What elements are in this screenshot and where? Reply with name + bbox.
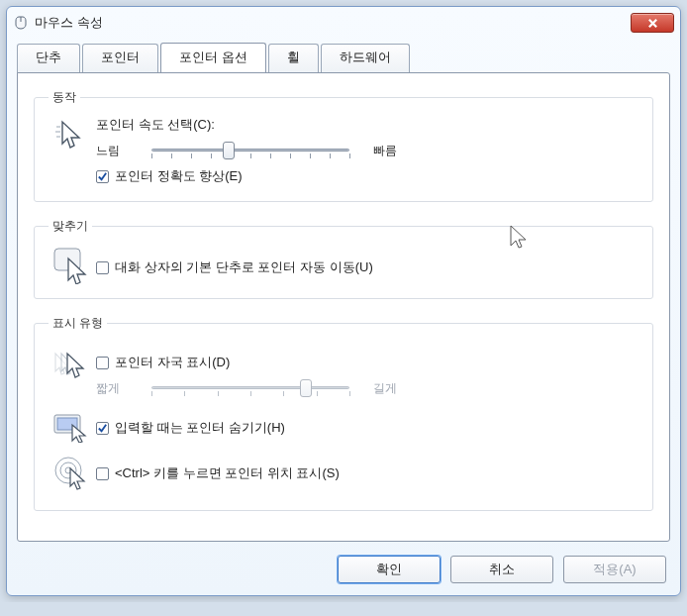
snap-to-default-label: 대화 상자의 기본 단추로 포인터 자동 이동(U) xyxy=(115,258,373,276)
close-icon xyxy=(647,18,658,29)
window-title: 마우스 속성 xyxy=(35,14,103,32)
titlebar: 마우스 속성 xyxy=(7,7,680,37)
trails-icon xyxy=(49,348,96,383)
tab-buttons[interactable]: 단추 xyxy=(17,44,80,73)
group-snap-legend: 맞추기 xyxy=(49,218,92,235)
close-button[interactable] xyxy=(631,13,674,33)
tab-pointer-options[interactable]: 포인터 옵션 xyxy=(160,43,266,72)
tab-panel-pointer-options: 동작 포인터 속도 선택(C): xyxy=(17,72,670,542)
group-motion-legend: 동작 xyxy=(49,89,80,106)
pointer-trails-checkbox[interactable]: 포인터 자국 표시(D) xyxy=(96,354,638,371)
trail-long-label: 길게 xyxy=(373,380,397,397)
tab-strip: 단추 포인터 포인터 옵션 휠 하드웨어 xyxy=(7,37,680,72)
hide-while-typing-label: 입력할 때는 포인터 숨기기(H) xyxy=(115,419,285,437)
enhance-precision-checkbox[interactable]: 포인터 정확도 향상(E) xyxy=(96,167,638,185)
checkbox-icon xyxy=(96,261,109,274)
checkbox-icon xyxy=(96,422,109,435)
snap-to-default-checkbox[interactable]: 대화 상자의 기본 단추로 포인터 자동 이동(U) xyxy=(96,258,638,276)
motion-pointer-icon xyxy=(49,116,96,152)
dialog-button-row: 확인 취소 적용(A) xyxy=(7,550,680,595)
mouse-icon xyxy=(13,15,29,31)
checkbox-icon xyxy=(96,170,109,183)
group-visuals: 표시 유형 포인터 자국 표시(D) xyxy=(34,315,653,511)
pointer-speed-slider[interactable] xyxy=(151,140,349,161)
apply-button: 적용(A) xyxy=(563,556,666,583)
checkbox-icon xyxy=(96,357,109,369)
speed-slow-label: 느림 xyxy=(96,143,146,159)
mouse-properties-window: 마우스 속성 단추 포인터 포인터 옵션 휠 하드웨어 동작 xyxy=(6,6,681,596)
trail-short-label: 짧게 xyxy=(96,380,146,397)
group-motion: 동작 포인터 속도 선택(C): xyxy=(34,89,653,202)
tab-pointers[interactable]: 포인터 xyxy=(82,44,158,73)
pointer-trails-slider xyxy=(151,377,349,399)
enhance-precision-label: 포인터 정확도 향상(E) xyxy=(115,167,243,185)
tab-wheel[interactable]: 휠 xyxy=(268,44,319,73)
tab-hardware[interactable]: 하드웨어 xyxy=(321,44,410,73)
hide-while-typing-icon xyxy=(49,409,96,443)
ctrl-locate-icon xyxy=(49,453,96,490)
speed-fast-label: 빠름 xyxy=(373,143,397,159)
group-visuals-legend: 표시 유형 xyxy=(49,315,107,332)
ok-button[interactable]: 확인 xyxy=(338,556,441,583)
pointer-trails-label: 포인터 자국 표시(D) xyxy=(115,354,230,371)
checkbox-icon xyxy=(96,467,109,480)
group-snap: 맞추기 대화 상자의 기본 단추로 포인터 자동 이동(U) xyxy=(34,218,653,299)
ctrl-locate-label: <Ctrl> 키를 누르면 포인터 위치 표시(S) xyxy=(115,464,340,482)
hide-while-typing-checkbox[interactable]: 입력할 때는 포인터 숨기기(H) xyxy=(96,419,638,437)
ctrl-locate-checkbox[interactable]: <Ctrl> 키를 누르면 포인터 위치 표시(S) xyxy=(96,464,638,482)
pointer-speed-label: 포인터 속도 선택(C): xyxy=(96,116,638,134)
snap-icon xyxy=(49,245,96,284)
cancel-button[interactable]: 취소 xyxy=(450,556,553,583)
